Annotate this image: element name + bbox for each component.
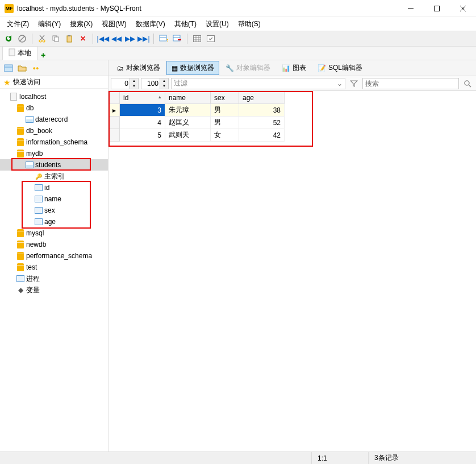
tree-host[interactable]: localhost: [0, 91, 108, 102]
tab-chart[interactable]: 📊图表: [277, 61, 311, 75]
cut-button[interactable]: [36, 32, 48, 45]
offset-down[interactable]: ▼: [130, 84, 138, 89]
grid-toggle-button[interactable]: [191, 32, 203, 45]
nav-folder-icon[interactable]: [16, 62, 28, 74]
refresh-button[interactable]: [2, 32, 15, 45]
nav-list-icon[interactable]: [2, 62, 15, 74]
svg-line-30: [469, 85, 471, 87]
tab-object-browser[interactable]: 🗂对象浏览器: [112, 61, 165, 75]
post-button[interactable]: [204, 32, 217, 45]
menu-file[interactable]: 文件(Z): [2, 18, 34, 30]
tab-data-browser[interactable]: ▦数据浏览器: [166, 61, 219, 75]
nav-favorites-icon[interactable]: ●●: [30, 62, 42, 74]
add-tab-button[interactable]: +: [37, 51, 49, 60]
tree-col-id[interactable]: id: [0, 182, 108, 193]
tree-db-db_book[interactable]: db_book: [0, 125, 108, 136]
svg-rect-1: [435, 6, 440, 11]
delete-button[interactable]: ✕: [77, 32, 89, 45]
quick-access-header: ★ 快速访问: [0, 76, 108, 89]
cell-id[interactable]: 4: [120, 117, 165, 129]
limit-down[interactable]: ▼: [160, 84, 168, 89]
cell-age[interactable]: 38: [239, 104, 285, 117]
tree-db-mysql[interactable]: mysql: [0, 227, 108, 239]
row-marker: ▸: [109, 104, 120, 117]
menu-help[interactable]: 帮助(S): [233, 18, 265, 30]
paste-button[interactable]: [63, 32, 76, 45]
cell-name[interactable]: 武则天: [165, 129, 211, 142]
col-header-age[interactable]: age: [239, 92, 285, 104]
tree-col-age[interactable]: age: [0, 216, 108, 227]
cell-sex[interactable]: 女: [211, 129, 239, 142]
tree-db-mydb[interactable]: mydb: [0, 148, 108, 159]
tab-object-editor[interactable]: 🔧对象编辑器: [220, 61, 275, 75]
tab-local[interactable]: 本地: [2, 46, 37, 60]
tree-key-primary[interactable]: 主索引: [0, 171, 108, 182]
prev-button[interactable]: ◀◀: [110, 32, 123, 45]
table-row[interactable]: ▸ 3 朱元璋 男 38: [109, 104, 285, 117]
cancel-button[interactable]: [16, 32, 28, 45]
offset-stepper[interactable]: ▲▼: [111, 78, 139, 89]
offset-input[interactable]: [111, 78, 130, 89]
tree-db-information_schema[interactable]: information_schema: [0, 136, 108, 148]
cell-sex[interactable]: 男: [211, 117, 239, 129]
svg-rect-12: [67, 36, 72, 42]
data-grid-wrapper: id name sex age ▸ 3 朱元璋 男 38: [108, 91, 476, 451]
limit-up[interactable]: ▲: [160, 78, 168, 84]
cell-age[interactable]: 52: [239, 117, 285, 129]
server-icon: [10, 93, 17, 101]
browser-icon: 🗂: [117, 64, 124, 72]
menu-edit[interactable]: 编辑(Y): [34, 18, 65, 30]
column-icon: [35, 196, 43, 202]
tree-processes[interactable]: 进程: [0, 273, 108, 284]
tree-table-daterecord[interactable]: daterecord: [0, 114, 108, 125]
tree-db-performance_schema[interactable]: performance_schema: [0, 250, 108, 262]
tree-db-db[interactable]: db: [0, 102, 108, 114]
chevron-down-icon[interactable]: ⌄: [337, 80, 343, 88]
filter-input[interactable]: 过滤 ⌄: [171, 78, 345, 89]
cell-id[interactable]: 5: [120, 129, 165, 142]
menu-search[interactable]: 搜索(X): [65, 18, 97, 30]
cell-name[interactable]: 赵匡义: [165, 117, 211, 129]
table-icon: [26, 116, 34, 123]
col-header-name[interactable]: name: [165, 92, 211, 104]
tree-db-test[interactable]: test: [0, 262, 108, 273]
tree-col-sex[interactable]: sex: [0, 205, 108, 216]
search-button[interactable]: [461, 77, 474, 90]
cell-id[interactable]: 3: [120, 104, 165, 117]
search-input[interactable]: [362, 78, 459, 89]
cell-name[interactable]: 朱元璋: [165, 104, 211, 117]
svg-line-5: [20, 36, 24, 41]
copy-button[interactable]: [49, 32, 62, 45]
tab-sql-editor[interactable]: 📝SQL编辑器: [312, 61, 368, 75]
insert-row-button[interactable]: ★: [157, 32, 170, 45]
menu-settings[interactable]: 设置(U): [201, 18, 233, 30]
close-button[interactable]: [450, 0, 476, 17]
table-row[interactable]: 4 赵匡义 男 52: [109, 117, 285, 129]
next-button[interactable]: ▶▶: [124, 32, 136, 45]
first-button[interactable]: |◀◀: [97, 32, 109, 45]
delete-row-button[interactable]: [171, 32, 183, 45]
row-header-corner: [109, 92, 120, 104]
cell-age[interactable]: 42: [239, 129, 285, 142]
limit-input[interactable]: [141, 78, 160, 89]
tree-col-name[interactable]: name: [0, 193, 108, 205]
col-header-sex[interactable]: sex: [211, 92, 239, 104]
svg-rect-26: [9, 49, 15, 56]
maximize-button[interactable]: [424, 0, 450, 17]
menu-other[interactable]: 其他(T): [170, 18, 201, 30]
tree-table-students[interactable]: students: [0, 159, 108, 171]
col-header-id[interactable]: id: [120, 92, 165, 104]
offset-up[interactable]: ▲: [130, 78, 138, 84]
tree-db-newdb[interactable]: newdb: [0, 239, 108, 250]
table-row[interactable]: 5 武则天 女 42: [109, 129, 285, 142]
minimize-button[interactable]: [398, 0, 424, 17]
filter-funnel-button[interactable]: [348, 77, 360, 90]
window-title: localhost - mydb.students - MySQL-Front: [17, 5, 398, 13]
cell-sex[interactable]: 男: [211, 104, 239, 117]
limit-stepper[interactable]: ▲▼: [141, 78, 169, 89]
last-button[interactable]: ▶▶|: [137, 32, 150, 45]
menu-database[interactable]: 数据库(V): [131, 18, 170, 30]
menu-view[interactable]: 视图(W): [97, 18, 131, 30]
data-grid[interactable]: id name sex age ▸ 3 朱元璋 男 38: [108, 91, 285, 142]
tree-variables[interactable]: 变量: [0, 284, 108, 296]
